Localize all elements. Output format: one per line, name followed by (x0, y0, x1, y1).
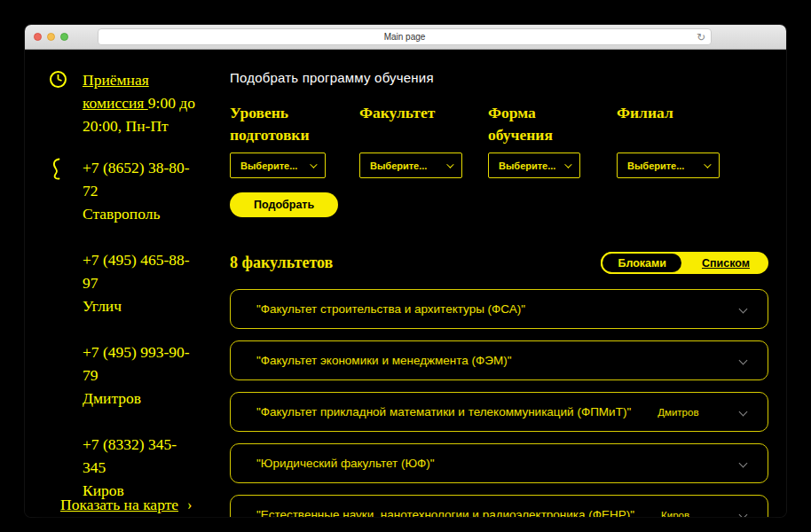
phone-number[interactable]: +7 (495) 993-90-79 (83, 340, 198, 387)
address-bar[interactable]: Main page ↻ (98, 28, 712, 45)
filter-faculty: Факультет Выберите... (359, 102, 488, 178)
page-heading: Подобрать программу обучения (230, 70, 768, 85)
program-picker-main: Подобрать программу обучения Уровень под… (230, 50, 786, 517)
faculty-title: "Юридический факультет (ЮФ)" (256, 457, 435, 470)
phone-entry: +7 (8652) 38-80-72 Ставрополь (83, 156, 198, 225)
view-toggle-list[interactable]: Списком (683, 257, 768, 270)
filter-level: Уровень подготовки Выберите... (230, 102, 359, 178)
admissions-office-link[interactable]: Приёмная комиссия (83, 71, 149, 112)
phone-number[interactable]: +7 (8332) 345-345 (83, 433, 198, 479)
faculty-row[interactable]: "Естественные науки, нанотехнологии и ра… (230, 495, 768, 517)
faculty-title: "Факультет экономики и менеджмента (ФЭМ)… (256, 354, 512, 367)
filter-label: Филиал (617, 102, 732, 153)
view-toggle-blocks[interactable]: Блоками (601, 252, 683, 274)
page-content: Приёмная комиссия 9:00 до 20:00, Пн-Пт +… (25, 50, 786, 517)
phone-city: Углич (83, 294, 198, 317)
show-on-map-link[interactable]: Показать на карте› (60, 496, 192, 514)
study-form-select[interactable]: Выберите... (488, 153, 580, 178)
submit-filter-button[interactable]: Подобрать (230, 192, 338, 217)
branch-select[interactable]: Выберите... (617, 153, 720, 178)
phones-block: +7 (8652) 38-80-72 Ставрополь +7 (495) 4… (49, 152, 230, 517)
chevron-down-icon (739, 408, 748, 417)
chevron-down-icon (446, 160, 453, 168)
contacts-sidebar: Приёмная комиссия 9:00 до 20:00, Пн-Пт +… (25, 50, 230, 517)
filter-label: Уровень подготовки (230, 102, 345, 153)
phone-entry: +7 (8332) 345-345 Киров (83, 433, 198, 502)
admissions-block: Приёмная комиссия 9:00 до 20:00, Пн-Пт (49, 68, 230, 137)
minimize-window-button[interactable] (47, 33, 55, 41)
phone-entry: +7 (495) 993-90-79 Дмитров (83, 340, 198, 410)
select-value: Выберите... (627, 160, 684, 171)
phone-city: Дмитров (83, 387, 198, 410)
faculty-row[interactable]: "Факультет экономики и менеджмента (ФЭМ)… (230, 340, 768, 380)
chevron-right-icon: › (187, 497, 192, 512)
show-on-map-label[interactable]: Показать на карте (60, 496, 178, 513)
phone-icon (49, 152, 83, 517)
filter-label: Факультет (359, 102, 475, 153)
reload-icon[interactable]: ↻ (697, 30, 705, 45)
chevron-down-icon (739, 511, 748, 517)
chevron-down-icon (564, 160, 571, 168)
faculty-city: Киров (661, 510, 689, 518)
faculty-row[interactable]: "Факультет строительства и архитектуры (… (230, 289, 768, 329)
results-header: 8 факультетов Блоками Списком (230, 252, 768, 274)
clock-icon (49, 68, 83, 137)
faculty-title: "Факультет строительства и архитектуры (… (256, 302, 525, 316)
browser-chrome: Main page ↻ (25, 25, 786, 50)
faculty-select[interactable]: Выберите... (359, 153, 462, 178)
faculty-row[interactable]: "Юридический факультет (ЮФ)" (230, 443, 768, 483)
close-window-button[interactable] (34, 33, 42, 41)
view-toggle: Блоками Списком (601, 252, 768, 274)
phone-city: Ставрополь (83, 202, 198, 225)
phone-number[interactable]: +7 (495) 465-88-97 (83, 248, 198, 294)
select-value: Выберите... (499, 160, 555, 171)
zoom-window-button[interactable] (60, 33, 68, 41)
chevron-down-icon (310, 160, 317, 168)
chevron-down-icon (704, 160, 711, 168)
select-value: Выберите... (370, 160, 427, 171)
chevron-down-icon (739, 305, 748, 314)
page-title-text: Main page (384, 32, 426, 42)
chevron-down-icon (739, 356, 748, 365)
phone-entry: +7 (495) 465-88-97 Углич (83, 248, 198, 317)
faculty-title: "Естественные науки, нанотехнологии и ра… (256, 508, 634, 517)
filter-label: Форма обучения (488, 102, 603, 153)
chevron-down-icon (739, 459, 748, 468)
faculty-count: 8 факультетов (230, 254, 333, 272)
select-value: Выберите... (240, 160, 297, 171)
filters-grid: Уровень подготовки Выберите... Факультет… (230, 102, 768, 178)
faculty-title: "Факультет прикладной математики и телек… (256, 405, 631, 419)
browser-window: Main page ↻ Приёмная комиссия 9:00 до 20… (25, 25, 786, 517)
level-select[interactable]: Выберите... (230, 153, 326, 178)
traffic-lights (34, 33, 68, 41)
faculty-city: Дмитров (657, 407, 698, 418)
faculty-row[interactable]: "Факультет прикладной математики и телек… (230, 392, 768, 432)
filter-branch: Филиал Выберите... (617, 102, 768, 178)
faculty-list: "Факультет строительства и архитектуры (… (230, 289, 768, 517)
filter-study-form: Форма обучения Выберите... (488, 102, 617, 178)
phone-number[interactable]: +7 (8652) 38-80-72 (83, 156, 198, 202)
